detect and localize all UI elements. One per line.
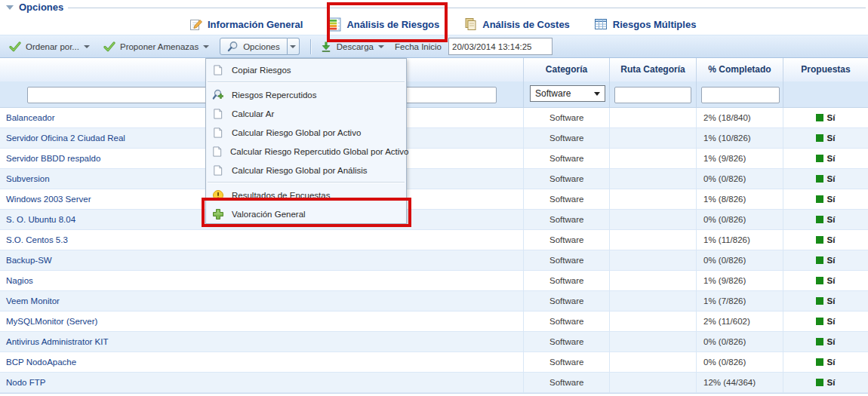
- categoria-value: Software: [549, 332, 610, 351]
- menu-item-label: Calcular Riesgo Global por Análisis: [232, 166, 368, 175]
- panel-header-rule: [68, 8, 866, 8]
- propuestas-cell: Sí: [783, 291, 868, 311]
- menu-item-label: Calcular Riesgo Repercutido Global por A…: [230, 147, 409, 156]
- panel-header: Opciones: [6, 2, 63, 13]
- propuestas-cell: Sí: [783, 128, 868, 148]
- propuestas-cell: Sí: [783, 169, 868, 189]
- table-row[interactable]: Nagios Software 1% (9/826) Sí: [0, 271, 868, 291]
- categoria-value: Software: [549, 189, 610, 209]
- table-row[interactable]: Servidor BBDD respaldo Software 1% (9/82…: [0, 149, 868, 169]
- collapse-triangle-icon[interactable]: [6, 5, 14, 10]
- ordenar-por-label: Ordenar por...: [26, 42, 79, 51]
- tab-label: Análisis de Costes: [482, 19, 570, 30]
- propuestas-value: Sí: [827, 128, 836, 148]
- green-square-icon: [816, 379, 823, 386]
- table-row[interactable]: Windows 2003 Server Software 1% (8/826) …: [0, 189, 868, 210]
- magnifier-icon: [227, 41, 239, 52]
- cost-analysis-icon: [463, 17, 477, 31]
- fecha-inicio-input[interactable]: [448, 38, 553, 55]
- propuestas-cell: Sí: [783, 312, 868, 331]
- table-row[interactable]: Antivirus Administrator KIT Software 0% …: [0, 332, 868, 352]
- green-square-icon: [816, 134, 823, 142]
- column-header-completado[interactable]: % Completado: [696, 58, 783, 81]
- green-square-icon: [816, 318, 823, 325]
- ordenar-por-button[interactable]: Ordenar por...: [9, 41, 90, 52]
- toolbar-separator: [310, 39, 311, 54]
- check-icon: [103, 41, 115, 52]
- descarga-label: Descarga: [337, 42, 374, 51]
- filter-completado-input[interactable]: [701, 87, 780, 103]
- asset-name: Antivirus Administrator KIT: [6, 332, 519, 351]
- column-divider: [783, 81, 783, 107]
- asset-name: Veem Monitor: [6, 291, 519, 311]
- column-header-propuestas[interactable]: Propuestas: [783, 58, 868, 81]
- propuestas-value: Sí: [827, 271, 836, 290]
- menu-item-calcular-riesgo-repercutido-global-por-activo[interactable]: Calcular Riesgo Repercutido Global por A…: [206, 142, 406, 161]
- tab-analisis-de-costes[interactable]: Análisis de Costes: [463, 17, 570, 31]
- menu-item-label: Riesgos Repercutidos: [232, 91, 317, 100]
- page-icon: [212, 164, 223, 177]
- filter-categoria-select[interactable]: Software: [530, 85, 605, 102]
- tab-informacion-general[interactable]: Información General: [189, 17, 303, 31]
- categoria-value: Software: [549, 291, 610, 311]
- column-divider: [609, 81, 610, 107]
- menu-item-calcular-ar[interactable]: Calcular Ar: [206, 104, 406, 123]
- menu-item-calcular-riesgo-global-por-analisis[interactable]: Calcular Riesgo Global por Análisis: [206, 161, 406, 180]
- table-body: Balanceador Software 2% (18/840) Sí Serv…: [0, 108, 868, 393]
- propuestas-cell: Sí: [783, 250, 868, 270]
- menu-item-calcular-riesgo-global-por-activo[interactable]: Calcular Riesgo Global por Activo: [206, 123, 406, 142]
- categoria-value: Software: [549, 373, 610, 392]
- completado-value: 1% (9/826): [703, 271, 780, 290]
- propuestas-value: Sí: [827, 291, 836, 311]
- chevron-down-icon: [203, 45, 209, 48]
- completado-value: 1% (8/826): [703, 189, 780, 209]
- categoria-value: Software: [549, 169, 610, 189]
- table-row[interactable]: S. O. Ubuntu 8.04 Software 0% (0/826) Sí: [0, 210, 868, 230]
- propuestas-value: Sí: [827, 312, 836, 331]
- propuestas-value: Sí: [827, 230, 836, 250]
- menu-item-riesgos-repercutidos[interactable]: Riesgos Repercutidos: [206, 85, 406, 104]
- table-row[interactable]: Nodo FTP Software 12% (44/364) Sí: [0, 373, 868, 393]
- red-highlight-analisis-de-riesgos: [327, 2, 448, 42]
- magnifier-plus-icon: [212, 89, 224, 101]
- completado-value: 2% (11/602): [703, 312, 780, 331]
- propuestas-value: Sí: [827, 250, 836, 270]
- tab-riesgos-multiples[interactable]: Riesgos Múltiples: [594, 17, 697, 31]
- filter-ruta-input[interactable]: [614, 87, 691, 103]
- propuestas-value: Sí: [827, 352, 836, 372]
- column-header-ruta-categoria[interactable]: Ruta Categoría: [609, 58, 696, 81]
- propuestas-cell: Sí: [783, 149, 868, 168]
- table-row[interactable]: S.O. Centos 5.3 Software 1% (11/826) Sí: [0, 230, 868, 250]
- propuestas-value: Sí: [827, 210, 836, 229]
- opciones-button[interactable]: Opciones: [220, 38, 288, 55]
- menu-item-label: Copiar Riesgos: [232, 66, 291, 75]
- completado-value: 0% (0/826): [703, 210, 780, 229]
- menu-separator: [208, 182, 405, 183]
- chevron-down-icon: [378, 45, 384, 48]
- table-row[interactable]: Backup-SW Software 0% (0/826) Sí: [0, 250, 868, 271]
- asset-name: Nagios: [6, 271, 519, 290]
- opciones-dropdown-arrow[interactable]: [288, 38, 300, 55]
- column-divider: [523, 108, 524, 393]
- proponer-amenazas-button[interactable]: Proponer Amenazas: [103, 41, 209, 52]
- table-row[interactable]: Subversion Software 0% (0/826) Sí: [0, 169, 868, 189]
- table-row[interactable]: Veem Monitor Software 1% (7/826) Sí: [0, 291, 868, 312]
- page-icon: [212, 108, 223, 120]
- table-row[interactable]: Servidor Oficina 2 Ciudad Real Software …: [0, 128, 868, 149]
- propuestas-value: Sí: [827, 149, 836, 168]
- table-row[interactable]: Balanceador Software 2% (18/840) Sí: [0, 108, 868, 128]
- categoria-value: Software: [549, 271, 610, 290]
- propuestas-cell: Sí: [783, 189, 868, 209]
- column-header-categoria[interactable]: Categoría: [523, 58, 609, 81]
- column-divider: [783, 108, 783, 393]
- table-row[interactable]: MySQLMonitor (Server) Software 2% (11/60…: [0, 312, 868, 332]
- completado-value: 0% (0/826): [703, 352, 780, 372]
- column-divider: [523, 81, 524, 107]
- page-icon: [212, 127, 223, 139]
- menu-item-copiar-riesgos[interactable]: Copiar Riesgos: [206, 60, 406, 79]
- propuestas-value: Sí: [827, 332, 836, 351]
- categoria-value: Software: [549, 250, 610, 270]
- propuestas-cell: Sí: [783, 108, 868, 127]
- categoria-value: Software: [549, 108, 610, 127]
- table-row[interactable]: BCP NodoApache Software 0% (0/826) Sí: [0, 352, 868, 373]
